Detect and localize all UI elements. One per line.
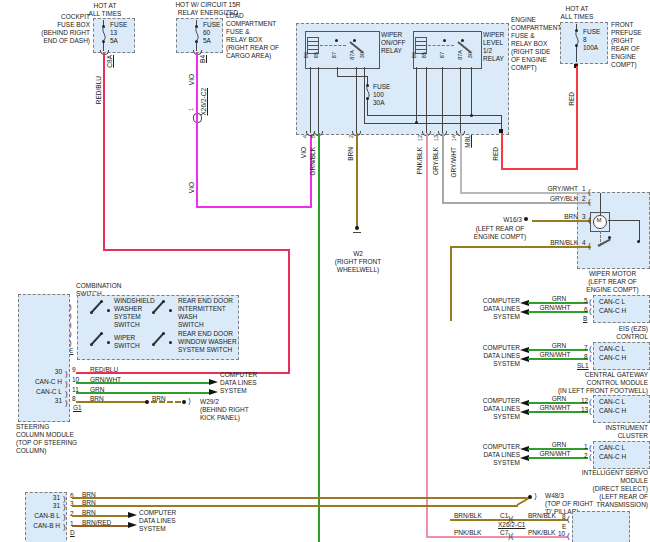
- relay-link: [320, 45, 346, 46]
- wire-red-blu: [288, 249, 290, 374]
- motor-wire-gry-blk: GRY/BLK: [534, 195, 578, 203]
- motor-wire-brn-blk: BRN/BLK: [534, 239, 578, 247]
- wiper-level-relay-label: WIPER LEVEL 1/2 RELAY: [483, 31, 504, 63]
- switch-contact: [169, 309, 172, 312]
- wire-brn: [72, 505, 518, 507]
- connector-tag-sl1: SL1: [577, 362, 589, 370]
- wire-grn-wht: [76, 382, 209, 384]
- wire-pnk-blk: [426, 133, 428, 538]
- wire-red-blu: [76, 372, 290, 374]
- connector-pin: (: [589, 354, 592, 362]
- relay-contact: [335, 39, 338, 42]
- connector-pin: (: [589, 407, 592, 415]
- wire-label-pnk-blk: PNK/BLK: [454, 529, 481, 537]
- internal-bus: [367, 115, 502, 116]
- br-pin-8: 8: [562, 513, 566, 521]
- bm-pin-31b: 31: [44, 502, 60, 510]
- fuse-13-label: FUSE 13 5A: [110, 21, 127, 45]
- exit-wire-gry-wht: GRY/WHT: [450, 147, 458, 178]
- internal-wire: [318, 67, 319, 133]
- splice-dot: [145, 400, 149, 404]
- wire-label-grn: GRN: [546, 441, 572, 449]
- wire-label-vio: VIO: [188, 74, 196, 85]
- wire-grn-blk: [318, 133, 320, 542]
- connector-tag-x26-2-c2: X26/2-C2: [200, 88, 208, 115]
- motor-pin-4: 4: [582, 239, 586, 247]
- junction-dot: [608, 236, 611, 239]
- relay-pin-86: 86: [411, 52, 418, 58]
- scm-pin-31: 31: [44, 397, 62, 405]
- wire-label-brn-blk: BRN/BLK: [528, 512, 556, 520]
- wire-label-grn-wht: GRN/WHT: [538, 351, 572, 359]
- connector-pin: ): [63, 503, 66, 511]
- wiper-on-off-relay-label: WIPER ON/OFF RELAY: [381, 31, 406, 55]
- ground-w48-3-icon: [528, 495, 532, 499]
- internal-wire: [460, 67, 461, 133]
- relay-link: [428, 45, 454, 46]
- internal-bus: [364, 123, 502, 124]
- connector-pin: ): [63, 513, 66, 521]
- scm-pin-30: 30: [44, 368, 62, 376]
- eis-pin: 5: [584, 297, 588, 305]
- ground-w29-2-icon: ⟩: [188, 398, 191, 406]
- br-pin-10: 10: [558, 530, 565, 538]
- eis-can-c-l: CAN-C L: [599, 298, 625, 306]
- wire-brn: [76, 401, 148, 403]
- connector-pin: (: [589, 345, 592, 353]
- servo-module-label: INTELLIGENT SERVO MODULE (DIRECT SELECT)…: [570, 469, 648, 509]
- connector-tag-m8l: M8L: [464, 135, 472, 148]
- relay-pin-85: 85: [421, 52, 428, 58]
- switch-contact: [107, 309, 110, 312]
- cgw-can-c-l: CAN-C L: [599, 345, 625, 353]
- internal-wire: [442, 67, 443, 133]
- internal-wire: [364, 67, 365, 124]
- ground-w16-3-label: W16/3: [494, 216, 522, 224]
- wire-gry-blk: [442, 133, 444, 204]
- wiper-motor-label: WIPER MOTOR (LEFT REAR OF ENGINE COMPT): [577, 270, 648, 294]
- switch-contact: [100, 300, 103, 303]
- motor-pin-2: 2: [582, 195, 586, 203]
- connector-pin: (: [589, 453, 592, 461]
- internal-wire: [416, 67, 417, 124]
- internal-wire: [310, 67, 311, 133]
- relay-contact: [443, 39, 446, 42]
- ground-w2-label: W2 (RIGHT FRONT WHEELWELL): [326, 250, 390, 274]
- cockpit-fuse-box-label: COCKPIT FUSE BOX (BEHIND RIGHT END OF DA…: [16, 13, 90, 45]
- connector-tag-b: B: [583, 315, 587, 323]
- wire-gry-wht: [460, 133, 462, 194]
- bottom-right-module-box: [572, 511, 630, 542]
- bm-can-b-l: CAN-B L: [28, 512, 60, 520]
- wire-red: [501, 168, 578, 170]
- motor-wire-brn: BRN: [534, 213, 578, 221]
- connector-pin: (: [589, 398, 592, 406]
- connector-tag-c8a: C8A: [106, 55, 114, 68]
- wire-label-red: RED: [492, 147, 500, 161]
- exit-wire-vio: VIO: [300, 147, 308, 158]
- relay-contact: [353, 39, 356, 42]
- fuse-100-label: FUSE 100 30A: [373, 83, 390, 107]
- bm-can-b-h: CAN-B H: [28, 522, 60, 530]
- relay-pin-30: 30: [467, 52, 474, 58]
- wiper-switch-label: WIPER SWITCH: [114, 334, 140, 350]
- scm-can-c-h: CAN-C H: [32, 378, 62, 386]
- windshield-washer-switch-label: WINDSHIELD WASHER SYSTEM SWITCH: [114, 297, 155, 329]
- connector-pin: (: [567, 515, 570, 523]
- connector-pin: (: [589, 298, 592, 306]
- connector-pin: (: [589, 307, 592, 315]
- bm-pin-31: 31: [44, 494, 60, 502]
- scm-can-c-l: CAN-C L: [32, 388, 62, 396]
- ground-w29-2-icon: [182, 400, 186, 404]
- wire-red-blu: [103, 53, 105, 250]
- connector-tag-x26-2-c1: X26/2-C1: [498, 521, 525, 529]
- wire-brn-dashed: [151, 401, 181, 403]
- wire-label-grn: GRN: [546, 342, 572, 350]
- ground-w2-icon: [355, 226, 359, 230]
- switch-contact: [162, 332, 165, 335]
- fuse-8-label: FUSE 8 100A: [583, 28, 600, 52]
- wire-vio: [196, 53, 198, 208]
- exit-pin-12: 12: [417, 135, 424, 141]
- ground-w16-3-location: (LEFT REAR OF ENGINE COMPT): [470, 225, 530, 241]
- data-line-arrow: [209, 389, 218, 395]
- computer-data-lines-label: COMPUTER DATA LINES SYSTEM: [478, 344, 520, 368]
- connector-pin: (: [567, 532, 570, 540]
